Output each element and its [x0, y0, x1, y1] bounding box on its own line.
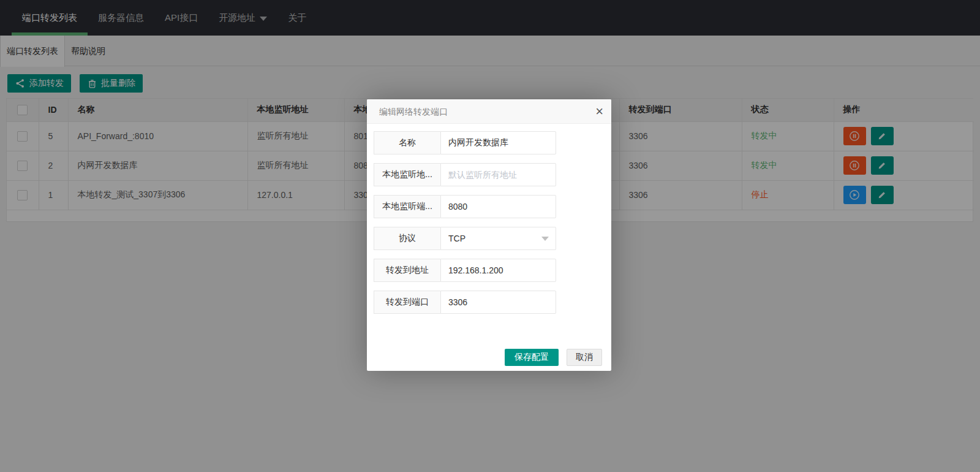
protocol-select[interactable] [440, 227, 556, 250]
modal-form: 名称 本地监听地... 本地监听端... 协议 转发到地址 转发到端口 [367, 124, 611, 314]
field-listen-addr: 本地监听地... [374, 163, 556, 186]
field-listen-port: 本地监听端... [374, 195, 556, 218]
listen-addr-input[interactable] [440, 163, 556, 186]
name-input[interactable] [440, 131, 556, 154]
forward-addr-input[interactable] [440, 259, 556, 282]
field-forward-port: 转发到端口 [374, 291, 556, 314]
modal-title: 编辑网络转发端口 [367, 99, 611, 124]
edit-forward-modal: 编辑网络转发端口 × 名称 本地监听地... 本地监听端... 协议 转发到地址… [367, 99, 611, 371]
field-forward-port-label: 转发到端口 [374, 291, 440, 314]
field-listen-port-label: 本地监听端... [374, 195, 440, 218]
field-name-label: 名称 [374, 131, 440, 154]
close-icon[interactable]: × [595, 104, 603, 119]
cancel-button[interactable]: 取消 [567, 349, 602, 366]
field-protocol-label: 协议 [374, 227, 440, 250]
save-config-button[interactable]: 保存配置 [505, 349, 559, 366]
modal-footer: 保存配置 取消 [505, 349, 602, 366]
field-name: 名称 [374, 131, 556, 154]
listen-port-input[interactable] [440, 195, 556, 218]
field-listen-addr-label: 本地监听地... [374, 163, 440, 186]
field-protocol: 协议 [374, 227, 556, 250]
field-forward-addr-label: 转发到地址 [374, 259, 440, 282]
forward-port-input[interactable] [440, 291, 556, 314]
field-forward-addr: 转发到地址 [374, 259, 556, 282]
